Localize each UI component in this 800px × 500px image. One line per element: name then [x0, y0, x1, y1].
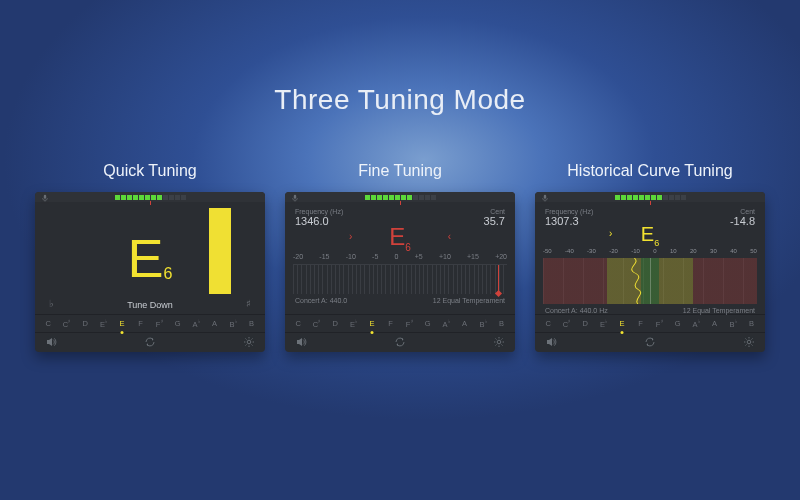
note-B♭[interactable]: B♭: [724, 318, 743, 329]
speaker-icon[interactable]: [545, 336, 557, 350]
svg-line-17: [502, 344, 503, 345]
note-E♭[interactable]: E♭: [345, 318, 364, 329]
note-F♯[interactable]: F♯: [650, 318, 669, 329]
quick-bar-indicator: [209, 208, 231, 294]
note-G[interactable]: G: [169, 319, 188, 328]
gear-icon[interactable]: [743, 336, 755, 350]
level-meter: [615, 195, 686, 200]
note-E[interactable]: E: [363, 319, 382, 328]
note-A[interactable]: A: [456, 319, 475, 328]
speaker-icon[interactable]: [295, 336, 307, 350]
speaker-icon[interactable]: [45, 336, 57, 350]
fine-title: Fine Tuning: [285, 162, 515, 180]
svg-line-27: [752, 344, 753, 345]
note-A♭[interactable]: A♭: [187, 318, 206, 329]
note-strip[interactable]: CC♯DE♭EFF♯GA♭AB♭B: [535, 314, 765, 332]
note-A♭[interactable]: A♭: [437, 318, 456, 329]
hist-curve: [607, 258, 693, 304]
note-C[interactable]: C: [289, 319, 308, 328]
note-B♭[interactable]: B♭: [474, 318, 493, 329]
quick-note-octave: 6: [164, 265, 173, 282]
note-B[interactable]: B: [493, 319, 512, 328]
note-E♭[interactable]: E♭: [595, 318, 614, 329]
note-F[interactable]: F: [632, 319, 651, 328]
quick-instruction: Tune Down: [35, 300, 265, 310]
hist-footer-bar: [535, 332, 765, 352]
gear-icon[interactable]: [493, 336, 505, 350]
note-F♯[interactable]: F♯: [400, 318, 419, 329]
hist-chart: [543, 258, 757, 304]
mic-icon: [291, 194, 299, 202]
svg-rect-20: [544, 195, 546, 199]
note-strip[interactable]: CC♯DE♭EFF♯GA♭AB♭B: [285, 314, 515, 332]
svg-line-29: [746, 344, 747, 345]
note-C[interactable]: C: [539, 319, 558, 328]
note-B♭[interactable]: B♭: [224, 318, 243, 329]
svg-point-21: [747, 340, 751, 344]
note-B[interactable]: B: [243, 319, 262, 328]
caret-left-icon: ‹: [448, 231, 451, 242]
note-strip[interactable]: CC♯DE♭EFF♯GA♭AB♭B: [35, 314, 265, 332]
cycle-icon[interactable]: [393, 336, 407, 350]
fine-cent-label: Cent: [484, 208, 505, 215]
note-E[interactable]: E: [613, 319, 632, 328]
hist-footer: Concert A: 440.0 Hz 12 Equal Temperament: [535, 304, 765, 314]
note-C[interactable]: C: [39, 319, 58, 328]
svg-rect-0: [44, 195, 46, 199]
hist-title: Historical Curve Tuning: [535, 162, 765, 180]
fine-footer: Concert A: 440.0 12 Equal Temperament: [285, 294, 515, 304]
quick-note-letter: E: [128, 228, 164, 288]
fine-scale-labels: -20-15-10-50+5+10+15+20: [293, 253, 507, 260]
note-E[interactable]: E: [113, 319, 132, 328]
note-D[interactable]: D: [76, 319, 95, 328]
note-A[interactable]: A: [706, 319, 725, 328]
quick-panel: E6 ♭ ♯ Tune Down CC♯DE♭EFF♯GA♭AB♭B: [35, 192, 265, 352]
fine-temperament[interactable]: 12 Equal Temperament: [433, 297, 505, 304]
svg-line-28: [752, 338, 753, 339]
note-C♯[interactable]: C♯: [58, 318, 77, 329]
note-D[interactable]: D: [326, 319, 345, 328]
fine-note-octave: 6: [405, 242, 411, 253]
note-B[interactable]: B: [743, 319, 762, 328]
fine-footer-bar: [285, 332, 515, 352]
fine-scale: [293, 264, 507, 294]
hist-concert-a[interactable]: Concert A: 440.0 Hz: [545, 307, 608, 314]
fine-note-display: › E6 ‹: [285, 223, 515, 253]
note-E♭[interactable]: E♭: [95, 318, 114, 329]
fine-concert-a[interactable]: Concert A: 440.0: [295, 297, 347, 304]
note-F[interactable]: F: [132, 319, 151, 328]
note-G[interactable]: G: [669, 319, 688, 328]
note-C♯[interactable]: C♯: [308, 318, 327, 329]
note-D[interactable]: D: [576, 319, 595, 328]
fine-note-letter: E: [389, 223, 405, 250]
level-meter: [115, 195, 186, 200]
caret-right-icon: ›: [609, 228, 612, 239]
note-A[interactable]: A: [206, 319, 225, 328]
hist-note-letter: E: [641, 223, 654, 245]
fine-freq-label: Frequency (Hz): [295, 208, 343, 215]
hist-cent-label: Cent: [730, 208, 755, 215]
hist-temperament[interactable]: 12 Equal Temperament: [683, 307, 755, 314]
hist-ticks: -50-40-30-20-1001020304050: [543, 248, 757, 254]
quick-title: Quick Tuning: [35, 162, 265, 180]
fine-panel-top: [285, 192, 515, 202]
quick-footer: [35, 332, 265, 352]
svg-rect-10: [294, 195, 296, 199]
hist-panel-top: [535, 192, 765, 202]
gear-icon[interactable]: [243, 336, 255, 350]
fine-main: Frequency (Hz) 1346.0 Cent 35.7 › E6 ‹ -…: [285, 202, 515, 314]
cycle-icon[interactable]: [643, 336, 657, 350]
cycle-icon[interactable]: [143, 336, 157, 350]
note-C♯[interactable]: C♯: [558, 318, 577, 329]
note-F[interactable]: F: [382, 319, 401, 328]
fine-needle: [498, 265, 499, 294]
hist-note-octave: 6: [654, 238, 659, 248]
note-F♯[interactable]: F♯: [150, 318, 169, 329]
mic-icon: [41, 194, 49, 202]
note-A♭[interactable]: A♭: [687, 318, 706, 329]
svg-line-6: [246, 338, 247, 339]
note-G[interactable]: G: [419, 319, 438, 328]
svg-line-8: [252, 338, 253, 339]
hist-note-display: › E6: [535, 223, 765, 248]
panels-row: Quick Tuning E6 ♭ ♯ Tune Down CC♯DE♭EFF♯…: [0, 162, 800, 352]
